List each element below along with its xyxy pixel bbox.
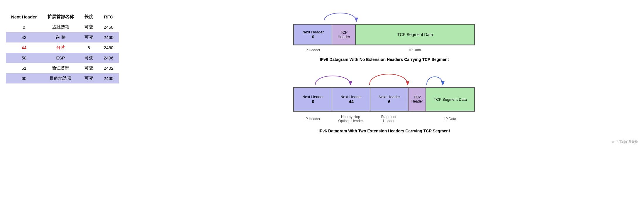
cell-rfc: 2406: [99, 53, 119, 63]
cell-num: 60: [6, 73, 42, 83]
d2-nh6-label: Next Header: [379, 95, 400, 99]
table-header-row: Next Header 扩展首部名称 长度 RFC: [6, 12, 119, 22]
cell-name: 验证首部: [42, 63, 79, 73]
cell-name: ESP: [42, 53, 79, 63]
d1-tcp-header: TCP Header: [332, 24, 355, 45]
d2-tcp-data: TCP Segment Data: [426, 88, 474, 111]
diagram2-caption: IPv6 Datagram With Two Extension Headers…: [318, 129, 450, 133]
cell-name: 目的地选项: [42, 73, 79, 83]
cell-rfc: 2402: [99, 63, 119, 73]
diagram2-packet: Next Header 0 Next Header 44 Next Header…: [293, 87, 475, 112]
d2-nh0-value: 0: [312, 99, 314, 104]
d2-footer-ip: IP Header: [293, 114, 331, 124]
d2-footer-fragment: Fragment Header: [370, 114, 408, 124]
cell-name: 选 路: [42, 32, 79, 42]
table-row: 43选 路可变2460: [6, 32, 119, 42]
diagram2-outer: The TCP/IP Guide Next Header 0 Next Head…: [293, 87, 475, 112]
cell-rfc: 2460: [99, 73, 119, 83]
d2-nh0-label: Next Header: [302, 95, 324, 99]
cell-length: 可变: [79, 73, 99, 83]
d2-nh44-value: 44: [349, 99, 354, 104]
cell-num: 44: [6, 42, 42, 53]
cell-num: 0: [6, 22, 42, 32]
d1-footer-ip-data: IP Data: [355, 47, 475, 53]
cell-rfc: 2460: [99, 22, 119, 32]
table-row: 51验证首部可变2402: [6, 63, 119, 73]
d2-nh0-cell: Next Header 0: [294, 88, 332, 111]
d2-tcp-header: TCP Header: [408, 88, 426, 111]
cell-name: 分片: [42, 42, 79, 53]
cell-length: 可变: [79, 22, 99, 32]
col-length: 长度: [79, 12, 99, 22]
d2-tcp-header-label: TCP Header: [411, 95, 423, 103]
table-row: 50ESP可变2406: [6, 53, 119, 63]
d2-nh6-cell: Next Header 6: [370, 88, 408, 111]
cell-name: 逐跳选项: [42, 22, 79, 32]
d2-footer-ipdata: IP Data: [425, 114, 475, 124]
d2-footer-hopbyhop: Hop-by-Hop Options Header: [331, 114, 370, 124]
d1-footer-ip-header: IP Header: [293, 47, 331, 53]
diagram1-wrapper: Next Header 6 TCP Header TCP Segment Dat…: [131, 6, 638, 62]
table-row: 60目的地选项可变2460: [6, 73, 119, 83]
cell-length: 8: [79, 42, 99, 53]
d2-nh44-cell: Next Header 44: [332, 88, 370, 111]
d1-tcp-label: TCP Header: [338, 30, 350, 39]
table-row: 44分片82460: [6, 42, 119, 53]
d1-footer-empty: [331, 47, 355, 53]
table-section: Next Header 扩展首部名称 长度 RFC 0逐跳选项可变246043选…: [6, 12, 119, 83]
d2-footer-empty: [408, 114, 425, 124]
d2-tcp-data-label: TCP Segment Data: [434, 97, 467, 102]
cell-rfc: 2460: [99, 32, 119, 42]
d1-nh-cell: Next Header 6: [294, 24, 332, 45]
d1-nh-value: 6: [312, 34, 314, 39]
table-row: 0逐跳选项可变2460: [6, 22, 119, 32]
col-name: 扩展首部名称: [42, 12, 79, 22]
cell-num: 43: [6, 32, 42, 42]
d1-nh-label: Next Header: [302, 30, 324, 34]
d2-nh6-value: 6: [388, 99, 390, 104]
cell-num: 51: [6, 63, 42, 73]
diagram2-wrapper: The TCP/IP Guide Next Header 0 Next Head…: [131, 68, 638, 133]
diagram1-packet: Next Header 6 TCP Header TCP Segment Dat…: [293, 24, 475, 45]
next-header-table: Next Header 扩展首部名称 长度 RFC 0逐跳选项可变246043选…: [6, 12, 119, 83]
col-rfc: RFC: [99, 12, 119, 22]
source-note: ☆ 了不起的蓝茨比: [611, 140, 638, 144]
diagram1-caption: IPv6 Datagram With No Extension Headers …: [320, 57, 449, 62]
diagram1-arrow: [293, 6, 475, 22]
d1-tcp-data-label: TCP Segment Data: [397, 32, 433, 37]
diagrams-section: Next Header 6 TCP Header TCP Segment Dat…: [131, 6, 638, 144]
cell-length: 可变: [79, 63, 99, 73]
diagram2-arrows: [293, 68, 475, 85]
d2-nh44-label: Next Header: [340, 95, 362, 99]
col-next-header: Next Header: [6, 12, 42, 22]
d1-tcp-data: TCP Segment Data: [355, 24, 474, 45]
cell-length: 可变: [79, 32, 99, 42]
cell-num: 50: [6, 53, 42, 63]
cell-rfc: 2460: [99, 42, 119, 53]
cell-length: 可变: [79, 53, 99, 63]
